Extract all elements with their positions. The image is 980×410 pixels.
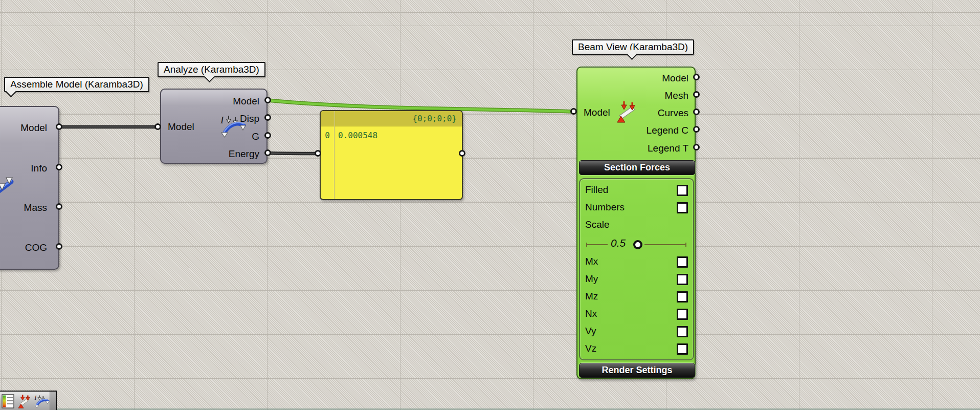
canvas-toolbar: I — [0, 391, 57, 410]
assemble-output-cog-label: COG — [0, 242, 47, 253]
assemble-model-icon — [0, 175, 15, 198]
analyze-output-g-label: G — [213, 131, 259, 142]
assemble-tooltip-text: Assemble Model (Karamba3D) — [10, 79, 143, 90]
wire-layer — [0, 0, 980, 410]
analyze-output-disp-label: Disp — [213, 113, 259, 124]
data-panel-separator — [334, 111, 335, 199]
assemble-model-component[interactable]: Model Info Mass COG — [0, 106, 59, 270]
analyze-tooltip-text: Analyze (Karamba3D) — [164, 64, 259, 75]
assemble-output-info-label: Info — [0, 163, 47, 174]
mz-checkbox[interactable] — [677, 291, 688, 303]
slider-tick-right — [685, 243, 686, 247]
my-checkbox[interactable] — [677, 274, 688, 285]
analyze-toolbar-icon[interactable]: I — [34, 394, 50, 408]
data-panel[interactable]: {0;0;0;0} 0 0.000548 — [320, 110, 463, 200]
grasshopper-canvas[interactable]: { "tooltips": { "assemble": "Assemble Mo… — [0, 0, 980, 410]
assemble-output-mass-label: Mass — [0, 202, 47, 213]
assemble-output-info-port[interactable] — [56, 164, 62, 170]
analyze-input-model-label: Model — [168, 121, 194, 133]
beam-view-toolbar-icon[interactable] — [17, 394, 32, 408]
mx-row: Mx — [585, 256, 688, 268]
vy-label: Vy — [585, 326, 596, 337]
analyze-output-g-port[interactable] — [264, 132, 271, 139]
vz-label: Vz — [585, 343, 596, 354]
beamview-input-model-label: Model — [584, 107, 610, 118]
panel-output-port[interactable] — [459, 150, 465, 157]
beamview-output-curves-label: Curves — [627, 107, 688, 119]
vz-row: Vz — [585, 343, 688, 355]
analyze-output-energy-label: Energy — [213, 148, 259, 160]
data-panel-row-value: 0.000548 — [338, 131, 377, 140]
beamview-output-legendt-port[interactable] — [693, 144, 700, 150]
vy-checkbox[interactable] — [677, 326, 688, 337]
assemble-output-model-label: Model — [0, 122, 47, 134]
analyze-output-energy-port[interactable] — [264, 149, 271, 156]
filled-row: Filled — [585, 184, 688, 197]
analyze-output-model-label: Model — [213, 96, 259, 107]
section-forces-panel: Filled Numbers Scale 0.5 Mx My Mz — [579, 178, 694, 360]
beamview-output-model-label: Model — [627, 73, 688, 84]
scale-value: 0.5 — [611, 237, 626, 249]
slider-line-left[interactable] — [586, 244, 608, 245]
filled-checkbox[interactable] — [677, 185, 688, 196]
svg-text:I: I — [34, 395, 37, 401]
assemble-output-mass-port[interactable] — [56, 203, 62, 210]
mz-row: Mz — [585, 291, 688, 303]
nx-label: Nx — [585, 308, 597, 319]
wire-energy-to-panel[interactable] — [268, 153, 318, 154]
slider-knob[interactable] — [633, 240, 642, 249]
analyze-tooltip: Analyze (Karamba3D) — [158, 62, 265, 77]
panel-input-port[interactable] — [315, 150, 321, 157]
assemble-tooltip: Assemble Model (Karamba3D) — [4, 77, 149, 92]
my-row: My — [585, 273, 688, 286]
beamview-output-model-port[interactable] — [693, 74, 700, 80]
beamview-tooltip: Beam View (Karamba3D) — [572, 39, 694, 55]
beamview-output-curves-port[interactable] — [693, 109, 700, 115]
beamview-output-legendt-label: Legend T — [627, 143, 688, 154]
vy-row: Vy — [585, 326, 688, 338]
beamview-output-legendc-label: Legend C — [627, 125, 688, 136]
analyze-component[interactable]: Model I Model Disp G Energy — [160, 89, 268, 164]
beam-view-component[interactable]: Model Model Mesh Curves Legend C Legend … — [576, 67, 696, 379]
scale-label: Scale — [585, 219, 610, 230]
assemble-output-model-port[interactable] — [56, 123, 62, 130]
vz-checkbox[interactable] — [677, 343, 688, 355]
numbers-label: Numbers — [585, 202, 625, 213]
slider-line-right[interactable] — [644, 244, 686, 245]
mz-label: Mz — [585, 291, 598, 302]
beamview-output-legendc-port[interactable] — [693, 126, 700, 133]
analyze-input-model-port[interactable] — [154, 123, 161, 130]
analyze-output-disp-port[interactable] — [264, 114, 271, 121]
numbers-row: Numbers — [585, 202, 688, 214]
render-settings-header[interactable]: Render Settings — [579, 363, 695, 378]
section-forces-header[interactable]: Section Forces — [579, 160, 695, 175]
beamview-output-mesh-port[interactable] — [693, 91, 700, 98]
mx-label: Mx — [585, 256, 598, 267]
scale-slider[interactable]: 0.5 — [585, 239, 688, 252]
data-panel-path: {0;0;0;0} — [321, 111, 462, 126]
legend-icon[interactable] — [2, 394, 15, 409]
toolbar-endcap — [50, 392, 56, 410]
my-label: My — [585, 273, 598, 285]
beamview-output-mesh-label: Mesh — [627, 90, 688, 101]
nx-row: Nx — [585, 308, 688, 320]
assemble-output-cog-port[interactable] — [56, 243, 62, 250]
nx-checkbox[interactable] — [677, 309, 688, 320]
scale-row: Scale — [585, 219, 688, 231]
data-panel-row-index: 0 — [321, 131, 334, 140]
beamview-input-model-port[interactable] — [570, 108, 577, 115]
mx-checkbox[interactable] — [677, 256, 688, 268]
numbers-checkbox[interactable] — [677, 202, 688, 213]
filled-label: Filled — [585, 184, 608, 196]
analyze-output-model-port[interactable] — [264, 97, 271, 103]
